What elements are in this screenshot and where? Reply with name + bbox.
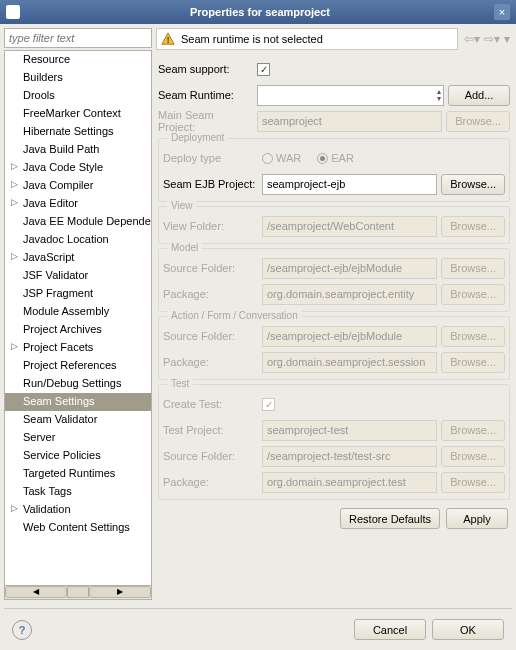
test-project-input xyxy=(262,420,437,441)
svg-text:!: ! xyxy=(167,34,170,45)
tree-item-hibernate-settings[interactable]: Hibernate Settings xyxy=(5,123,151,141)
seam-runtime-select[interactable]: ▴▾ xyxy=(257,85,444,106)
test-pkg-input xyxy=(262,472,437,493)
war-radio: WAR xyxy=(262,152,301,164)
separator xyxy=(4,608,512,609)
add-runtime-button[interactable]: Add... xyxy=(448,85,510,106)
scroll-left-button[interactable]: ◀ xyxy=(5,586,67,598)
tree-item-builders[interactable]: Builders xyxy=(5,69,151,87)
seam-settings-form: Seam support: Seam Runtime: ▴▾ Add... Ma… xyxy=(156,50,512,600)
category-tree[interactable]: ResourceBuildersDroolsFreeMarker Context… xyxy=(4,50,152,586)
tree-item-service-policies[interactable]: Service Policies xyxy=(5,447,151,465)
horizontal-scrollbar[interactable]: ◀ ▶ xyxy=(4,586,152,600)
deployment-group: Deployment Deploy type WAR EAR Seam EJB … xyxy=(158,138,510,202)
tree-item-project-facets[interactable]: Project Facets xyxy=(5,339,151,357)
tree-item-run-debug-settings[interactable]: Run/Debug Settings xyxy=(5,375,151,393)
tree-item-seam-validator[interactable]: Seam Validator xyxy=(5,411,151,429)
app-icon xyxy=(6,5,20,19)
close-button[interactable]: × xyxy=(494,4,510,20)
action-src-label: Source Folder: xyxy=(163,330,258,342)
tree-item-java-code-style[interactable]: Java Code Style xyxy=(5,159,151,177)
titlebar: Properties for seamproject × xyxy=(0,0,516,24)
tree-item-project-references[interactable]: Project References xyxy=(5,357,151,375)
nav-back-button[interactable]: ⇦▾ xyxy=(464,32,480,46)
tree-item-jsp-fragment[interactable]: JSP Fragment xyxy=(5,285,151,303)
test-src-browse-button: Browse... xyxy=(441,446,505,467)
main-project-input xyxy=(257,111,442,132)
model-pkg-browse-button: Browse... xyxy=(441,284,505,305)
model-pkg-label: Package: xyxy=(163,288,258,300)
banner-text: Seam runtime is not selected xyxy=(181,33,323,45)
tree-item-task-tags[interactable]: Task Tags xyxy=(5,483,151,501)
filter-input[interactable] xyxy=(4,28,152,48)
nav-forward-button[interactable]: ⇨▾ xyxy=(484,32,500,46)
scroll-right-button[interactable]: ▶ xyxy=(89,586,151,598)
tree-item-java-compiler[interactable]: Java Compiler xyxy=(5,177,151,195)
tree-item-drools[interactable]: Drools xyxy=(5,87,151,105)
main-project-label: Main Seam Project: xyxy=(158,109,253,133)
action-src-browse-button: Browse... xyxy=(441,326,505,347)
tree-item-module-assembly[interactable]: Module Assembly xyxy=(5,303,151,321)
nav-panel: ResourceBuildersDroolsFreeMarker Context… xyxy=(4,28,152,600)
view-folder-label: View Folder: xyxy=(163,220,258,232)
view-browse-button: Browse... xyxy=(441,216,505,237)
tree-item-java-editor[interactable]: Java Editor xyxy=(5,195,151,213)
model-group: Model Source Folder: Browse... Package: … xyxy=(158,248,510,312)
view-title: View xyxy=(167,200,197,211)
tree-item-project-archives[interactable]: Project Archives xyxy=(5,321,151,339)
view-folder-input xyxy=(262,216,437,237)
tree-item-seam-settings[interactable]: Seam Settings xyxy=(5,393,151,411)
tree-item-jsf-validator[interactable]: JSF Validator xyxy=(5,267,151,285)
test-project-label: Test Project: xyxy=(163,424,258,436)
seam-support-checkbox[interactable] xyxy=(257,63,270,76)
action-title: Action / Form / Conversation xyxy=(167,310,302,321)
tree-item-javadoc-location[interactable]: Javadoc Location xyxy=(5,231,151,249)
tree-item-validation[interactable]: Validation xyxy=(5,501,151,519)
restore-defaults-button[interactable]: Restore Defaults xyxy=(340,508,440,529)
deploy-type-label: Deploy type xyxy=(163,152,258,164)
tree-item-java-ee-module-dependencies[interactable]: Java EE Module Dependencies xyxy=(5,213,151,231)
deployment-title: Deployment xyxy=(167,132,228,143)
action-src-input xyxy=(262,326,437,347)
warning-icon: ! xyxy=(161,32,175,46)
tree-item-targeted-runtimes[interactable]: Targeted Runtimes xyxy=(5,465,151,483)
apply-button[interactable]: Apply xyxy=(446,508,508,529)
nav-arrows: ⇦▾ ⇨▾ ▾ xyxy=(462,32,512,46)
scroll-thumb[interactable] xyxy=(67,586,89,598)
test-src-label: Source Folder: xyxy=(163,450,258,462)
test-pkg-label: Package: xyxy=(163,476,258,488)
test-project-browse-button: Browse... xyxy=(441,420,505,441)
view-group: View View Folder: Browse... xyxy=(158,206,510,244)
tree-item-javascript[interactable]: JavaScript xyxy=(5,249,151,267)
view-menu-button[interactable]: ▾ xyxy=(504,32,510,46)
message-banner: ! Seam runtime is not selected xyxy=(156,28,458,50)
ejb-browse-button[interactable]: Browse... xyxy=(441,174,505,195)
tree-item-freemarker-context[interactable]: FreeMarker Context xyxy=(5,105,151,123)
tree-item-server[interactable]: Server xyxy=(5,429,151,447)
action-pkg-input xyxy=(262,352,437,373)
content-panel: ! Seam runtime is not selected ⇦▾ ⇨▾ ▾ S… xyxy=(156,28,512,600)
seam-support-label: Seam support: xyxy=(158,63,253,75)
model-pkg-input xyxy=(262,284,437,305)
seam-runtime-label: Seam Runtime: xyxy=(158,89,253,101)
action-pkg-label: Package: xyxy=(163,356,258,368)
ejb-project-input[interactable] xyxy=(262,174,437,195)
create-test-label: Create Test: xyxy=(163,398,258,410)
tree-item-web-content-settings[interactable]: Web Content Settings xyxy=(5,519,151,537)
tree-item-resource[interactable]: Resource xyxy=(5,51,151,69)
test-src-input xyxy=(262,446,437,467)
create-test-checkbox xyxy=(262,398,275,411)
model-src-label: Source Folder: xyxy=(163,262,258,274)
model-src-browse-button: Browse... xyxy=(441,258,505,279)
ear-radio: EAR xyxy=(317,152,354,164)
dialog-footer: ? Cancel OK xyxy=(4,613,512,646)
ejb-project-label: Seam EJB Project: xyxy=(163,178,258,190)
window-title: Properties for seamproject xyxy=(26,6,494,18)
help-button[interactable]: ? xyxy=(12,620,32,640)
test-group: Test Create Test: Test Project: Browse..… xyxy=(158,384,510,500)
action-group: Action / Form / Conversation Source Fold… xyxy=(158,316,510,380)
tree-item-java-build-path[interactable]: Java Build Path xyxy=(5,141,151,159)
cancel-button[interactable]: Cancel xyxy=(354,619,426,640)
main-project-browse-button: Browse... xyxy=(446,111,510,132)
ok-button[interactable]: OK xyxy=(432,619,504,640)
